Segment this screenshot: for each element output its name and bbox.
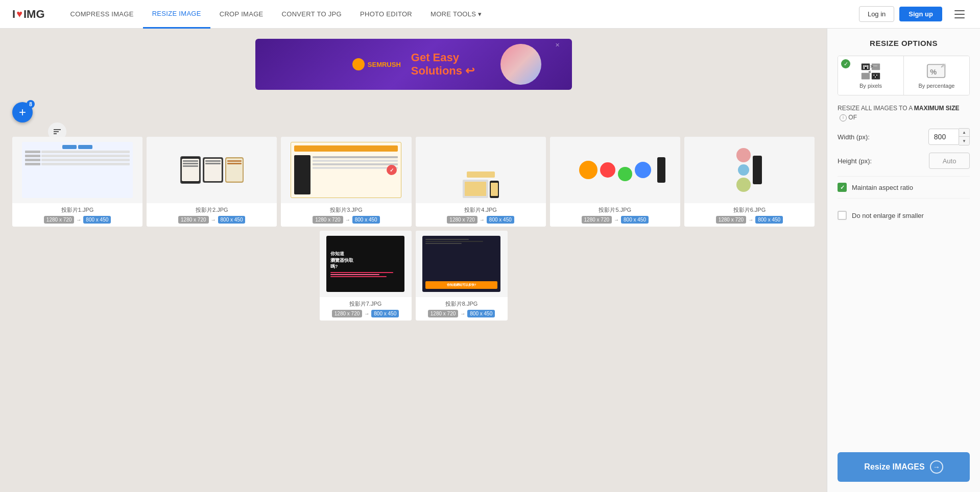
- image-info-2: 投影片2.JPG 1280 x 720 → 800 x 450: [147, 203, 277, 227]
- new-size-3: 800 x 450: [352, 216, 380, 224]
- resize-images-button[interactable]: Resize IMAGES →: [838, 452, 970, 482]
- sidebar: RESIZE OPTIONS ✓: [827, 29, 980, 492]
- header: I ♥ IMG COMPRESS IMAGE RESIZE IMAGE CROP…: [0, 0, 980, 29]
- image-thumb-1: [12, 137, 142, 203]
- width-label: Width (px):: [838, 133, 883, 141]
- svg-rect-14: [862, 73, 870, 80]
- image-thumb-7: 你知道瀏覽器快取嗎?: [320, 231, 412, 297]
- width-input[interactable]: ▲ ▼: [928, 128, 970, 145]
- image-card-8[interactable]: 你知道網站可以多快? 投影片8.JPG 1280 x 720 → 800 x 4…: [416, 231, 508, 321]
- image-filename-2: 投影片2.JPG: [151, 206, 273, 214]
- image-card-1[interactable]: 投影片1.JPG 1280 x 720 → 800 x 450: [12, 137, 142, 227]
- original-size-1: 1280 x 720: [44, 216, 75, 224]
- nav-convert[interactable]: CONVERT TO JPG: [273, 0, 351, 29]
- tab-pixels-label: By pixels: [859, 83, 882, 89]
- svg-rect-11: [873, 65, 874, 66]
- svg-rect-15: [872, 73, 880, 80]
- nav-crop[interactable]: CROP IMAGE: [210, 0, 273, 29]
- ad-decoration: [500, 44, 541, 85]
- new-size-4: 800 x 450: [487, 216, 514, 224]
- tab-by-percentage[interactable]: % By percentage: [904, 56, 969, 95]
- main-layout: SEMRUSH Get Easy Solutions ↩ ✕ 8 +: [0, 29, 980, 492]
- height-auto-display: Auto: [929, 153, 970, 169]
- image-thumb-5: [550, 137, 680, 203]
- maintain-aspect-label: Maintain aspect ratio: [852, 184, 913, 191]
- image-count-badge: 8: [27, 100, 35, 108]
- ad-logo-icon: [352, 58, 365, 70]
- svg-rect-7: [863, 67, 865, 69]
- image-filename-5: 投影片5.JPG: [554, 206, 676, 214]
- svg-rect-16: [873, 75, 874, 76]
- image-card-5[interactable]: 投影片5.JPG 1280 x 720 → 800 x 450: [550, 137, 680, 227]
- original-size-7: 1280 x 720: [332, 310, 363, 317]
- svg-rect-4: [863, 65, 865, 67]
- no-enlarge-label: Do not enlarge if smaller: [852, 212, 924, 219]
- nav-more-tools[interactable]: MORE TOOLS ▾: [421, 0, 491, 29]
- no-enlarge-checkbox[interactable]: [838, 211, 847, 220]
- image-thumb-3: ✓: [281, 137, 411, 203]
- original-size-4: 1280 x 720: [447, 216, 477, 224]
- ad-headline: Get Easy Solutions ↩: [411, 51, 474, 78]
- maintain-aspect-checkbox[interactable]: [838, 183, 847, 192]
- header-actions: Log in Sign up: [859, 6, 968, 22]
- hamburger-line: [954, 17, 965, 18]
- svg-rect-9: [867, 67, 869, 69]
- nav-compress[interactable]: COMPRESS IMAGE: [61, 0, 143, 29]
- image-sizes-2: 1280 x 720 → 800 x 450: [151, 216, 273, 224]
- image-sizes-8: 1280 x 720 → 800 x 450: [420, 310, 504, 317]
- original-size-5: 1280 x 720: [582, 216, 612, 224]
- image-info-6: 投影片6.JPG 1280 x 720 → 800 x 450: [684, 203, 815, 227]
- ad-brand-name: SEMRUSH: [368, 61, 401, 68]
- ad-banner: SEMRUSH Get Easy Solutions ↩ ✕: [255, 39, 572, 90]
- logo[interactable]: I ♥ IMG: [12, 8, 45, 21]
- svg-rect-5: [865, 65, 867, 67]
- svg-rect-18: [876, 75, 877, 76]
- width-number-field[interactable]: [928, 129, 959, 145]
- ad-text: Get Easy Solutions ↩: [411, 51, 474, 78]
- svg-rect-12: [875, 65, 876, 66]
- ad-brand: SEMRUSH: [352, 58, 401, 70]
- info-icon[interactable]: i: [840, 114, 847, 121]
- image-filename-3: 投影片3.JPG: [285, 206, 407, 214]
- new-size-7: 800 x 450: [371, 310, 399, 317]
- main-nav: COMPRESS IMAGE RESIZE IMAGE CROP IMAGE C…: [61, 0, 859, 29]
- image-sizes-1: 1280 x 720 → 800 x 450: [16, 216, 138, 224]
- image-card-6[interactable]: 投影片6.JPG 1280 x 720 → 800 x 450: [684, 137, 815, 227]
- svg-rect-6: [867, 65, 869, 67]
- image-info-8: 投影片8.JPG 1280 x 720 → 800 x 450: [416, 297, 508, 321]
- image-thumb-6: [684, 137, 815, 203]
- image-card-2[interactable]: 投影片2.JPG 1280 x 720 → 800 x 450: [147, 137, 277, 227]
- nav-photo-editor[interactable]: PHOTO EDITOR: [351, 0, 421, 29]
- svg-rect-8: [865, 67, 867, 69]
- resize-btn-arrow-circle: →: [930, 460, 943, 474]
- new-size-2: 800 x 450: [218, 216, 246, 224]
- add-images-button[interactable]: 8 +: [12, 102, 33, 122]
- height-label: Height (px):: [838, 157, 883, 165]
- image-info-1: 投影片1.JPG 1280 x 720 → 800 x 450: [12, 203, 142, 227]
- plus-icon: +: [19, 106, 26, 118]
- nav-resize[interactable]: RESIZE IMAGE: [143, 0, 210, 29]
- image-card-3[interactable]: ✓ 投影片3.JPG 1280 x 720 → 800 x 450: [281, 137, 411, 227]
- ad-close-button[interactable]: ✕: [555, 42, 560, 48]
- image-card-4[interactable]: 投影片4.JPG 1280 x 720 → 800 x 450: [416, 137, 546, 227]
- content-area: SEMRUSH Get Easy Solutions ↩ ✕ 8 +: [0, 29, 827, 492]
- image-sizes-3: 1280 x 720 → 800 x 450: [285, 216, 407, 224]
- image-grid-top: 投影片1.JPG 1280 x 720 → 800 x 450: [12, 137, 815, 227]
- image-info-3: 投影片3.JPG 1280 x 720 → 800 x 450: [281, 203, 411, 227]
- svg-rect-10: [872, 64, 880, 70]
- width-decrement[interactable]: ▼: [959, 137, 969, 145]
- image-info-7: 投影片7.JPG 1280 x 720 → 800 x 450: [320, 297, 412, 321]
- login-button[interactable]: Log in: [859, 6, 894, 22]
- width-increment[interactable]: ▲: [959, 129, 969, 137]
- resize-mode-tabs: ✓: [838, 56, 970, 95]
- hamburger-menu[interactable]: [951, 6, 968, 22]
- hamburger-line: [954, 10, 965, 11]
- tab-by-pixels[interactable]: ✓: [838, 56, 904, 95]
- signup-button[interactable]: Sign up: [899, 7, 942, 21]
- logo-img-text: IMG: [23, 8, 45, 21]
- new-size-6: 800 x 450: [755, 216, 783, 224]
- resize-btn-arrow-icon: →: [933, 463, 940, 471]
- svg-rect-19: [873, 77, 874, 78]
- image-card-7[interactable]: 你知道瀏覽器快取嗎? 投影片7.JPG 1280 x 720 →: [320, 231, 412, 321]
- height-input-row: Height (px): Auto: [838, 153, 970, 169]
